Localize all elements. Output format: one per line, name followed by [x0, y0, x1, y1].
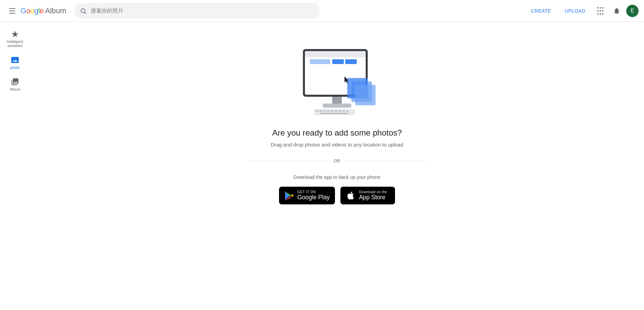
svg-rect-4: [305, 51, 366, 57]
app-download-text: Download the app to back up your phone: [293, 174, 380, 180]
svg-rect-14: [327, 110, 330, 112]
notifications-button[interactable]: [610, 4, 624, 18]
svg-rect-20: [320, 113, 349, 114]
photo-icon: [11, 56, 19, 64]
svg-rect-13: [323, 110, 326, 112]
sidebar-item-photo[interactable]: photo: [3, 53, 27, 72]
svg-rect-11: [316, 110, 319, 112]
sidebar: Intelligentassistant photo Album: [0, 22, 30, 310]
logo-google-text: Google: [20, 6, 44, 15]
upload-illustration: [293, 42, 381, 117]
google-play-icon: [284, 191, 294, 200]
svg-rect-19: [346, 110, 349, 112]
svg-rect-23: [355, 85, 376, 105]
google-play-text: GET IT ON Google Play: [297, 190, 330, 201]
app-store-line1: Download on the: [359, 190, 387, 194]
sidebar-label-album: Album: [10, 87, 20, 91]
app-store-text: Download on the App Store: [359, 190, 387, 201]
svg-rect-6: [332, 59, 344, 64]
header-actions: CREATE UPLOAD E: [526, 4, 639, 18]
grid-dot: [600, 10, 601, 12]
grid-dot: [600, 7, 601, 9]
grid-dot: [600, 13, 601, 15]
logo-album-text: Album: [45, 6, 66, 15]
svg-rect-12: [320, 110, 322, 112]
album-icon: [11, 78, 19, 86]
grid-dot: [602, 10, 603, 12]
app-store-line2: App Store: [359, 194, 387, 201]
google-play-line1: GET IT ON: [297, 190, 330, 194]
create-button[interactable]: CREATE: [526, 5, 557, 16]
header: Google Album CREATE UPLOAD E: [0, 0, 644, 22]
divider-row: OR: [248, 158, 426, 164]
svg-line-1: [85, 12, 86, 14]
apple-icon: [346, 191, 355, 200]
grid-dot: [597, 7, 599, 9]
logo[interactable]: Google Album: [20, 6, 66, 15]
bell-icon: [613, 7, 620, 15]
svg-rect-15: [331, 110, 334, 112]
svg-rect-7: [345, 59, 357, 64]
upload-button[interactable]: UPLOAD: [559, 5, 591, 16]
grid-dot: [597, 10, 599, 12]
search-icon: [80, 7, 87, 14]
grid-dot: [602, 7, 603, 9]
main-subtext: Drag and drop photos and videos to any l…: [271, 142, 404, 148]
svg-rect-16: [335, 110, 337, 112]
svg-rect-10: [314, 109, 355, 115]
avatar[interactable]: E: [626, 5, 639, 17]
sidebar-item-album[interactable]: Album: [3, 75, 27, 94]
main-content: Are you ready to add some photos? Drag a…: [30, 22, 644, 310]
hamburger-menu[interactable]: [5, 4, 19, 18]
google-play-button[interactable]: GET IT ON Google Play: [279, 187, 335, 204]
sidebar-item-assistant[interactable]: Intelligentassistant: [3, 27, 27, 50]
svg-rect-5: [310, 59, 330, 64]
app-buttons: GET IT ON Google Play Download on the Ap…: [279, 187, 395, 204]
search-input[interactable]: [91, 8, 314, 14]
divider-line-left: [248, 161, 328, 161]
grid-dot: [597, 13, 599, 15]
grid-dot: [602, 13, 603, 15]
sidebar-label-assistant: Intelligentassistant: [7, 40, 23, 48]
sidebar-label-photo: photo: [10, 65, 20, 69]
divider-line-right: [346, 161, 426, 161]
apps-grid-button[interactable]: [594, 4, 607, 18]
app-store-button[interactable]: Download on the App Store: [340, 187, 395, 204]
google-play-line2: Google Play: [297, 194, 330, 201]
star-icon: [11, 30, 19, 38]
svg-rect-18: [342, 110, 345, 112]
divider-text: OR: [328, 158, 346, 164]
svg-rect-8: [332, 97, 342, 104]
svg-rect-17: [338, 110, 341, 112]
main-heading: Are you ready to add some photos?: [272, 128, 402, 138]
svg-rect-9: [323, 104, 351, 108]
svg-point-0: [81, 9, 85, 13]
search-bar[interactable]: [74, 3, 320, 19]
